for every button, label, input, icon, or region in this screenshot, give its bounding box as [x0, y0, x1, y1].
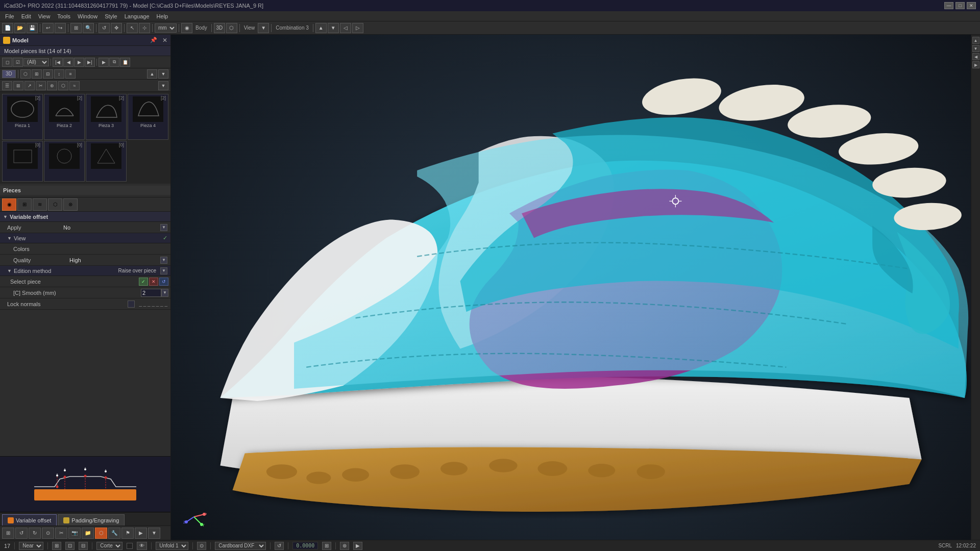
ptb-next[interactable]: ▶ — [74, 58, 84, 67]
rs-btn4[interactable]: ▶ — [972, 61, 979, 68]
bi-btn9[interactable]: 🔧 — [108, 528, 120, 539]
undo-btn[interactable]: ↩ — [42, 23, 54, 33]
menu-edit[interactable]: Edit — [18, 12, 34, 20]
vo-apply-dropdown[interactable]: ▼ — [160, 224, 167, 231]
snap-mode-select[interactable]: Near — [19, 542, 43, 550]
status-btn4[interactable]: 👁 — [137, 542, 147, 550]
ir-dropdown[interactable]: ▼ — [158, 81, 168, 90]
piece-thumb-6[interactable]: [0] — [44, 141, 85, 182]
vo-quality-dropdown[interactable]: ▼ — [160, 257, 167, 264]
bi-btn3[interactable]: ↻ — [29, 528, 41, 539]
piece-tab-5[interactable]: ⊛ — [63, 198, 78, 211]
material-select[interactable]: Cardboard DXF 1 — [215, 542, 266, 550]
panel-pin[interactable]: 📌 — [150, 37, 157, 43]
status-btn9[interactable]: ▶ — [353, 542, 362, 550]
mode-extra4[interactable]: ↕ — [54, 69, 64, 79]
status-btn2[interactable]: ⊡ — [65, 542, 75, 550]
menu-file[interactable]: File — [2, 12, 17, 20]
unit-select[interactable]: mm — [155, 23, 177, 33]
bi-extra-btn[interactable]: ▼ — [148, 528, 160, 539]
piece-thumb-4[interactable]: [2] Pieza 4 — [128, 94, 168, 140]
ir-btn7[interactable]: ≈ — [69, 81, 80, 90]
piece-tab-3[interactable]: ≋ — [33, 198, 47, 211]
menu-tools[interactable]: Tools — [54, 12, 74, 20]
ptb-last[interactable]: ▶| — [85, 58, 95, 67]
scroll-up[interactable]: ▲ — [147, 69, 157, 79]
piece-thumb-1[interactable]: [2] Pieza 1 — [2, 94, 43, 140]
vo-edition-header[interactable]: ▼ Edition method Raise over piece ▼ — [0, 266, 170, 276]
zoom-in-btn[interactable]: 🔍 — [83, 23, 94, 33]
ptb-select[interactable]: ◻ — [2, 58, 12, 67]
extra-btn3[interactable]: ◁ — [340, 23, 351, 33]
ir-btn1[interactable]: ☰ — [2, 81, 12, 90]
piece-thumb-5[interactable]: [0] — [2, 141, 43, 182]
mode-extra3[interactable]: ⊟ — [43, 69, 53, 79]
ir-btn3[interactable]: ↗ — [24, 81, 35, 90]
menu-style[interactable]: Style — [102, 12, 120, 20]
bi-btn7[interactable]: 📁 — [82, 528, 94, 539]
unfold-select[interactable]: Unfold 1 — [156, 542, 188, 550]
status-btn6[interactable]: ↺ — [275, 542, 284, 550]
ptb-prev[interactable]: ◀ — [63, 58, 74, 67]
zoom-fit-btn[interactable]: ⊞ — [70, 23, 82, 33]
piece-tab-2[interactable]: ⊞ — [17, 198, 32, 211]
lock-checkbox[interactable] — [128, 300, 135, 308]
mode-extra5[interactable]: ≡ — [65, 69, 76, 79]
color-swatch[interactable] — [127, 543, 133, 549]
rs-btn1[interactable]: ▲ — [972, 37, 979, 44]
piece-tab-4[interactable]: ⬡ — [48, 198, 62, 211]
status-btn8[interactable]: ⊛ — [340, 542, 349, 550]
perspective-btn[interactable]: ⬡ — [226, 23, 237, 33]
move-btn[interactable]: ✥ — [111, 23, 122, 33]
status-btn5[interactable]: ⊙ — [197, 542, 206, 550]
sp-cancel-btn[interactable]: ✕ — [149, 278, 158, 286]
bi-btn6[interactable]: 📷 — [68, 528, 81, 539]
ptb-paste[interactable]: 📋 — [120, 58, 130, 67]
smooth-arrow[interactable]: ▼ — [161, 289, 168, 297]
maximize-button[interactable]: □ — [955, 2, 965, 9]
ptb-check[interactable]: ☑ — [13, 58, 23, 67]
viewport[interactable]: X Y Z — [171, 35, 971, 540]
ir-btn2[interactable]: ⊞ — [13, 81, 23, 90]
3d-view-btn[interactable]: 3D — [214, 23, 225, 33]
piece-tab-active[interactable]: ◉ — [2, 198, 16, 211]
point-btn[interactable]: ⊹ — [139, 23, 150, 33]
status-btn7[interactable]: ⊞ — [322, 542, 331, 550]
rs-btn3[interactable]: ◀ — [972, 53, 979, 60]
menu-help[interactable]: Help — [154, 12, 172, 20]
status-btn3[interactable]: ⊟ — [79, 542, 88, 550]
rotate-btn[interactable]: ↺ — [99, 23, 110, 33]
body-btn[interactable]: ◉ — [181, 23, 192, 33]
scroll-down[interactable]: ▼ — [158, 69, 168, 79]
open-btn[interactable]: 📂 — [14, 23, 26, 33]
bi-btn11[interactable]: ▶ — [135, 528, 147, 539]
menu-language[interactable]: Language — [121, 12, 153, 20]
save-btn[interactable]: 💾 — [27, 23, 38, 33]
bi-btn5[interactable]: ✂ — [55, 528, 67, 539]
close-button[interactable]: ✕ — [967, 2, 976, 9]
ir-btn5[interactable]: ⊛ — [47, 81, 57, 90]
minimize-button[interactable]: — — [944, 2, 953, 9]
extra-btn4[interactable]: ▷ — [352, 23, 363, 33]
piece-thumb-2[interactable]: [2] Pieza 2 — [44, 94, 85, 140]
menu-window[interactable]: Window — [75, 12, 101, 20]
mode-extra2[interactable]: ⊞ — [32, 69, 42, 79]
piece-thumb-7[interactable]: [0] — [86, 141, 127, 182]
bi-btn10[interactable]: ⚑ — [121, 528, 134, 539]
ptb-filter-select[interactable]: (All) — [23, 58, 49, 66]
sp-reset-btn[interactable]: ↺ — [159, 278, 168, 286]
piece-thumb-3[interactable]: [2] Pieza 3 — [86, 94, 127, 140]
view-mode-select[interactable]: Corte — [96, 542, 122, 550]
sp-confirm-btn[interactable]: ✓ — [139, 278, 148, 286]
extra-btn2[interactable]: ▼ — [328, 23, 339, 33]
ptb-play[interactable]: ▶ — [99, 58, 109, 67]
bi-btn4[interactable]: ⊙ — [42, 528, 54, 539]
menu-view[interactable]: View — [35, 12, 54, 20]
new-btn[interactable]: 📄 — [2, 23, 13, 33]
redo-btn[interactable]: ↪ — [55, 23, 66, 33]
ir-btn4[interactable]: ✂ — [36, 81, 46, 90]
bi-btn8[interactable]: ⬡ — [95, 528, 107, 539]
mode-extra1[interactable]: ⬡ — [20, 69, 31, 79]
vo-section-header[interactable]: ▼ Variable offset — [0, 212, 170, 222]
vo-view-header[interactable]: ▼ View ✓ — [0, 233, 170, 243]
